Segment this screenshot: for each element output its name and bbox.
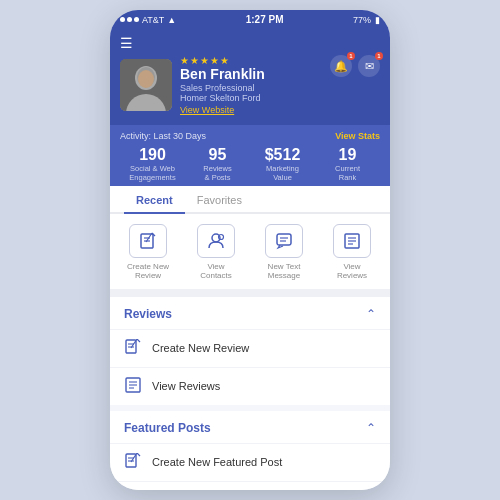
create-review-item-icon xyxy=(124,339,142,358)
reviews-section-header: Reviews ⌃ xyxy=(110,297,390,330)
dot3 xyxy=(134,17,139,22)
stat-label-2: MarketingValue xyxy=(250,164,315,182)
battery-percent: 77% xyxy=(353,15,371,25)
svg-rect-12 xyxy=(277,234,291,245)
stat-value-3: 19 xyxy=(315,147,380,163)
quick-actions: Create NewReview ViewContacts xyxy=(110,214,390,297)
tabs-bar: Recent Favorites xyxy=(110,186,390,214)
reviews-section: Reviews ⌃ Create New Review xyxy=(110,297,390,405)
featured-posts-chevron-icon[interactable]: ⌃ xyxy=(366,421,376,435)
svg-point-4 xyxy=(138,70,154,88)
create-review-icon xyxy=(129,224,167,258)
profile-title: Sales Professional xyxy=(180,83,265,93)
stat-label-3: CurrentRank xyxy=(315,164,380,182)
rating-stars: ★★★★★ xyxy=(180,55,265,66)
carrier-label: AT&T xyxy=(142,15,164,25)
phone-frame: AT&T ▲ 1:27 PM 77% ▮ ☰ xyxy=(110,10,390,490)
view-reviews-item[interactable]: View Reviews xyxy=(110,368,390,405)
activity-header: Activity: Last 30 Days View Stats xyxy=(120,131,380,141)
tab-favorites[interactable]: Favorites xyxy=(185,186,254,214)
featured-posts-section: Featured Posts ⌃ Create New Featured Pos… xyxy=(110,411,390,490)
create-featured-post-item[interactable]: Create New Featured Post xyxy=(110,444,390,482)
stat-reviews: 95 Reviews& Posts xyxy=(185,147,250,182)
view-stats-link[interactable]: View Stats xyxy=(335,131,380,141)
avatar xyxy=(120,59,172,111)
profile-name: Ben Franklin xyxy=(180,66,265,83)
status-bar: AT&T ▲ 1:27 PM 77% ▮ xyxy=(110,10,390,29)
avatar-svg xyxy=(120,59,172,111)
view-contacts-label: ViewContacts xyxy=(200,262,232,281)
create-featured-post-icon xyxy=(124,453,142,472)
mail-icon-wrap: ✉ 1 xyxy=(358,55,380,77)
header-left: ☰ ★★★ xyxy=(120,35,322,115)
new-message-icon xyxy=(265,224,303,258)
wifi-icon: ▲ xyxy=(167,15,176,25)
notification-icon-wrap: 🔔 1 xyxy=(330,55,352,77)
create-review-label: Create NewReview xyxy=(127,262,169,281)
svg-line-29 xyxy=(137,453,140,456)
featured-posts-section-header: Featured Posts ⌃ xyxy=(110,411,390,444)
view-reviews-item-label: View Reviews xyxy=(152,380,220,392)
profile-section: ★★★★★ Ben Franklin Sales Professional Ho… xyxy=(120,55,265,115)
new-message-label: New TextMessage xyxy=(268,262,301,281)
stat-value-1: 95 xyxy=(185,147,250,163)
avatar-image xyxy=(120,59,172,111)
view-contacts-icon xyxy=(197,224,235,258)
stat-value-2: $512 xyxy=(250,147,315,163)
bell-badge: 1 xyxy=(347,52,355,60)
view-reviews-item-icon xyxy=(124,377,142,396)
battery-section: 77% ▮ xyxy=(353,15,380,25)
view-reviews-icon xyxy=(333,224,371,258)
view-featured-posts-item[interactable]: View Featured Posts xyxy=(110,482,390,490)
create-review-item[interactable]: Create New Review xyxy=(110,330,390,368)
reviews-chevron-icon[interactable]: ⌃ xyxy=(366,307,376,321)
reviews-section-title: Reviews xyxy=(124,307,172,321)
svg-line-20 xyxy=(137,339,140,342)
create-featured-post-label: Create New Featured Post xyxy=(152,456,282,468)
hamburger-menu[interactable]: ☰ xyxy=(120,35,133,51)
profile-header: ☰ ★★★ xyxy=(110,29,390,125)
create-review-item-label: Create New Review xyxy=(152,342,249,354)
signal-dots xyxy=(120,17,139,22)
activity-bar: Activity: Last 30 Days View Stats 190 So… xyxy=(110,125,390,186)
activity-label: Activity: Last 30 Days xyxy=(120,131,206,141)
stat-rank: 19 CurrentRank xyxy=(315,147,380,182)
view-reviews-label: ViewReviews xyxy=(337,262,367,281)
featured-posts-section-title: Featured Posts xyxy=(124,421,211,435)
dot1 xyxy=(120,17,125,22)
dot2 xyxy=(127,17,132,22)
action-new-message[interactable]: New TextMessage xyxy=(250,224,318,281)
time-display: 1:27 PM xyxy=(246,14,284,25)
stat-label-1: Reviews& Posts xyxy=(185,164,250,182)
stat-value-0: 190 xyxy=(120,147,185,163)
action-view-reviews[interactable]: ViewReviews xyxy=(318,224,386,281)
header-icons: 🔔 1 ✉ 1 xyxy=(330,55,380,77)
mail-badge: 1 xyxy=(375,52,383,60)
action-view-contacts[interactable]: ViewContacts xyxy=(182,224,250,281)
view-website-link[interactable]: View Website xyxy=(180,105,265,115)
profile-company: Homer Skelton Ford xyxy=(180,93,265,103)
stat-engagements: 190 Social & WebEngagements xyxy=(120,147,185,182)
activity-stats: 190 Social & WebEngagements 95 Reviews& … xyxy=(120,147,380,182)
tab-recent[interactable]: Recent xyxy=(124,186,185,214)
battery-icon: ▮ xyxy=(375,15,380,25)
profile-info: ★★★★★ Ben Franklin Sales Professional Ho… xyxy=(180,55,265,115)
stat-marketing: $512 MarketingValue xyxy=(250,147,315,182)
status-left: AT&T ▲ xyxy=(120,15,176,25)
main-content: Recent Favorites Create NewReview xyxy=(110,186,390,490)
action-create-review[interactable]: Create NewReview xyxy=(114,224,182,281)
stat-label-0: Social & WebEngagements xyxy=(120,164,185,182)
